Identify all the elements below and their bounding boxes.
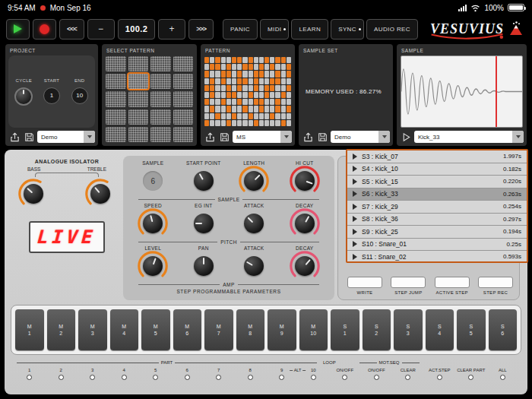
pattern-cell[interactable] (249, 99, 253, 105)
pattern-thumbnail[interactable] (106, 127, 126, 142)
save-button[interactable] (316, 131, 328, 143)
selector-radio[interactable] (311, 375, 316, 380)
pattern-cell[interactable] (237, 120, 242, 126)
knob-decay[interactable] (290, 251, 320, 281)
pad-m8[interactable]: M8 (236, 309, 265, 350)
sample-list-item[interactable]: S3 : Kick_071.997s (347, 150, 527, 163)
selector-radio[interactable] (59, 375, 64, 380)
mode-button-midi[interactable]: MIDI (260, 19, 290, 40)
knob-dial[interactable] (194, 214, 214, 233)
knob-dial[interactable] (244, 256, 264, 276)
pattern-cell[interactable] (215, 57, 220, 63)
pattern-cell[interactable] (287, 99, 291, 105)
pattern-cell[interactable] (215, 99, 220, 105)
pattern-cell[interactable] (215, 106, 220, 112)
pattern-cell[interactable] (204, 78, 209, 84)
pattern-cell[interactable] (249, 106, 253, 112)
selector-radio[interactable] (90, 375, 95, 380)
pattern-cell[interactable] (287, 85, 291, 91)
play-icon[interactable] (353, 191, 357, 197)
pattern-thumbnail[interactable] (128, 56, 149, 71)
pattern-cell[interactable] (210, 106, 214, 112)
knob-speed[interactable] (138, 208, 168, 239)
knob-length[interactable] (239, 166, 269, 196)
pattern-cell[interactable] (226, 71, 231, 77)
pattern-cell[interactable] (226, 106, 231, 112)
pattern-cell[interactable] (226, 78, 231, 84)
pattern-cell[interactable] (249, 120, 253, 126)
pattern-cell[interactable] (270, 92, 274, 98)
selector-radio[interactable] (405, 375, 410, 380)
play-icon[interactable] (353, 179, 357, 185)
selector-radio[interactable] (248, 375, 253, 380)
pattern-cell[interactable] (221, 71, 226, 77)
pattern-cell[interactable] (204, 120, 209, 126)
selector-radio[interactable] (27, 375, 32, 380)
pattern-cell[interactable] (264, 57, 269, 63)
pattern-cell[interactable] (249, 85, 253, 91)
pattern-cell[interactable] (204, 57, 209, 63)
play-icon[interactable] (353, 166, 357, 172)
pattern-cell[interactable] (275, 78, 280, 84)
pattern-cell[interactable] (254, 64, 258, 70)
pattern-thumbnail[interactable] (106, 91, 126, 106)
pattern-cell[interactable] (254, 85, 258, 91)
knob-hi-cut[interactable] (290, 166, 320, 196)
play-button[interactable] (6, 19, 30, 40)
pattern-cell[interactable] (259, 64, 264, 70)
pad-m7[interactable]: M7 (204, 309, 233, 350)
play-icon[interactable] (353, 216, 357, 222)
pad-m4[interactable]: M4 (110, 309, 139, 350)
pattern-cell[interactable] (281, 71, 286, 77)
pattern-cell[interactable] (287, 106, 291, 112)
pattern-cell[interactable] (264, 92, 269, 98)
pattern-cell[interactable] (232, 120, 236, 126)
pattern-cell[interactable] (259, 57, 264, 63)
selector-radio[interactable] (468, 375, 473, 380)
pattern-cell[interactable] (287, 113, 291, 119)
selector-radio[interactable] (279, 375, 284, 380)
pattern-thumbnail[interactable] (128, 127, 149, 142)
pattern-cell[interactable] (264, 71, 269, 77)
pattern-cell[interactable] (259, 71, 264, 77)
pattern-cell[interactable] (210, 113, 214, 119)
pattern-cell[interactable] (242, 120, 247, 126)
pattern-thumbnail[interactable] (106, 109, 126, 125)
tempo-plus-button[interactable]: + (158, 19, 185, 40)
pattern-cell[interactable] (281, 64, 286, 70)
pattern-cell[interactable] (215, 71, 220, 77)
pattern-cell[interactable] (242, 106, 247, 112)
pattern-cell[interactable] (237, 106, 242, 112)
pattern-cell[interactable] (210, 64, 214, 70)
pattern-thumbnail[interactable] (150, 127, 171, 142)
pattern-cell[interactable] (275, 57, 280, 63)
pattern-cell[interactable] (264, 106, 269, 112)
pattern-cell[interactable] (242, 57, 247, 63)
sample-list-item[interactable]: S9 : Kick_250.194s (347, 226, 527, 239)
pattern-cell[interactable] (226, 92, 231, 98)
knob-attack[interactable] (239, 251, 269, 281)
sample-set-dropdown[interactable]: Demo (331, 131, 390, 143)
pattern-cell[interactable] (237, 99, 242, 105)
pattern-cell[interactable] (281, 120, 286, 126)
pattern-cell[interactable] (221, 78, 226, 84)
pattern-cell[interactable] (287, 120, 291, 126)
pattern-cell[interactable] (249, 64, 253, 70)
pattern-cell[interactable] (242, 78, 247, 84)
knob-dial[interactable] (295, 171, 315, 191)
pattern-cell[interactable] (254, 57, 258, 63)
pad-s2[interactable]: S2 (363, 309, 391, 350)
pattern-thumbnail[interactable] (106, 74, 126, 89)
pad-m5[interactable]: M5 (141, 309, 170, 350)
waveform-display[interactable] (401, 55, 523, 128)
pattern-cell[interactable] (281, 85, 286, 91)
pattern-cell[interactable] (232, 113, 236, 119)
pattern-cell[interactable] (232, 78, 236, 84)
knob-decay[interactable] (290, 208, 320, 239)
play-icon[interactable] (353, 154, 357, 160)
step-function-button[interactable] (347, 277, 382, 288)
pattern-cell[interactable] (254, 71, 258, 77)
pattern-cell[interactable] (281, 92, 286, 98)
pad-s3[interactable]: S3 (394, 309, 423, 350)
pattern-cell[interactable] (254, 120, 258, 126)
